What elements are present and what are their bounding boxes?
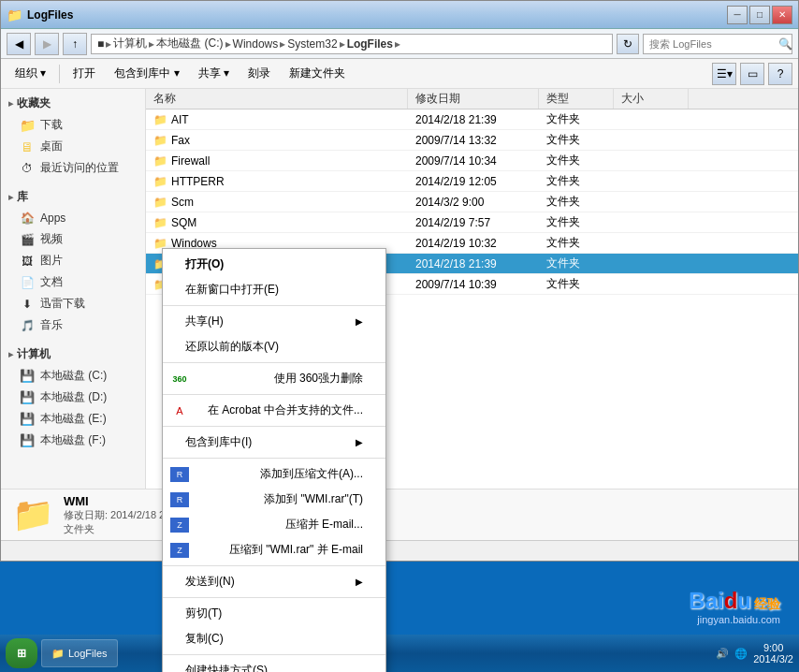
context-menu-compress-email-wmi[interactable]: Z压缩到 "WMI.rar" 并 E-mail [163,537,385,562]
clock-time: 9:00 [753,642,793,653]
sidebar-item-music[interactable]: 🎵 音乐 [1,314,145,336]
folder-icon: 📁 [153,113,167,126]
sidebar-item-thunder[interactable]: ⬇ 迅雷下载 [1,293,145,314]
file-type: 文件夹 [539,214,614,230]
file-date: 2014/2/19 10:32 [408,237,539,250]
baidu-watermark: Baidu经验 jingyan.baidu.com [689,588,780,625]
address-bar: ◀ ▶ ↑ ■ ▸ 计算机 ▸ 本地磁盘 (C:) ▸ Windows ▸ Sy… [1,29,798,59]
path-computer[interactable]: 计算机 [113,36,147,51]
sidebar-item-docs[interactable]: 📄 文档 [1,271,145,293]
open-button[interactable]: 打开 [65,62,104,86]
sidebar-item-desktop[interactable]: 🖥 桌面 [1,136,145,157]
context-menu-restore[interactable]: 还原以前的版本(V) [163,334,385,359]
file-date: 2014/2/19 7:57 [408,216,539,229]
context-menu-cut[interactable]: 剪切(T) [163,601,385,626]
file-type: 文件夹 [539,153,614,168]
sidebar-item-downloads[interactable]: 📁 下载 [1,114,145,136]
zip-email-icon: Z [170,518,189,533]
context-menu-sep-2 [163,362,385,363]
address-path[interactable]: ■ ▸ 计算机 ▸ 本地磁盘 (C:) ▸ Windows ▸ System32… [91,34,613,54]
organize-button[interactable]: 组织 ▾ [7,62,54,86]
context-menu-sep-6 [163,565,385,566]
include-library-button[interactable]: 包含到库中 ▾ [106,62,187,86]
sidebar-item-drive-f[interactable]: 💾 本地磁盘 (F:) [1,430,145,451]
table-row[interactable]: 📁Scm 2014/3/2 9:00 文件夹 [146,192,798,212]
context-menu-sep-7 [163,597,385,598]
refresh-button[interactable]: ↻ [617,34,639,54]
sidebar-item-label: 文档 [40,274,63,290]
context-menu-acrobat[interactable]: A在 Acrobat 中合并支持的文件... [163,398,385,423]
help-button[interactable]: ? [768,63,792,85]
context-menu-open[interactable]: 打开(O) [163,252,385,277]
video-icon: 🎬 [20,232,35,247]
sidebar-item-drive-c[interactable]: 💾 本地磁盘 (C:) [1,365,145,387]
up-button[interactable]: ↑ [63,33,87,55]
drive-f-icon: 💾 [20,433,35,448]
taskbar-explorer-item[interactable]: 📁 LogFiles [41,639,118,667]
sidebar-item-apps[interactable]: 🏠 Apps [1,208,145,228]
view-options-button[interactable]: ☰▾ [712,63,736,85]
search-input[interactable] [649,38,778,50]
path-windows[interactable]: Windows [233,37,279,51]
sidebar-header-favorites[interactable]: 收藏夹 [1,93,145,114]
forward-button[interactable]: ▶ [35,33,59,55]
preview-pane-button[interactable]: ▭ [740,63,764,85]
search-icon[interactable]: 🔍 [778,37,792,51]
table-row[interactable]: 📁SQM 2014/2/19 7:57 文件夹 [146,212,798,233]
path-root[interactable]: ■ [97,37,104,51]
desktop-icon: 🖥 [20,139,35,154]
thunder-icon: ⬇ [20,297,35,312]
title-bar-icon: 📁 [7,7,22,22]
close-button[interactable]: ✕ [772,6,792,24]
taskbar-right: 🔊 🌐 9:00 2014/3/2 [716,642,793,665]
context-menu-send-to[interactable]: 发送到(N) [163,569,385,594]
path-logfiles[interactable]: LogFiles [347,37,393,51]
sidebar-item-video[interactable]: 🎬 视频 [1,228,145,250]
status-bar [1,540,798,561]
sidebar-item-label: Apps [40,212,65,225]
sidebar-item-pictures[interactable]: 🖼 图片 [1,250,145,271]
sidebar-item-recent[interactable]: ⏱ 最近访问的位置 [1,157,145,179]
file-type: 文件夹 [539,111,614,127]
drive-d-icon: 💾 [20,390,35,405]
path-drive[interactable]: 本地磁盘 (C:) [156,36,223,51]
sidebar-section-computer: 计算机 💾 本地磁盘 (C:) 💾 本地磁盘 (D:) 💾 本地磁盘 (E:) … [1,340,145,455]
context-menu-create-shortcut[interactable]: 创建快捷方式(S) [163,658,385,672]
sidebar-item-drive-e[interactable]: 💾 本地磁盘 (E:) [1,408,145,430]
context-menu-360-delete[interactable]: 360使用 360强力删除 [163,366,385,391]
file-date: 2014/2/18 21:39 [408,257,539,270]
context-menu-add-wmi-rar[interactable]: R添加到 "WMI.rar"(T) [163,487,385,512]
context-menu-compress-email[interactable]: Z压缩并 E-mail... [163,512,385,537]
path-system32[interactable]: System32 [287,37,337,51]
maximize-button[interactable]: □ [749,6,770,24]
col-header-name[interactable]: 名称 [146,89,408,109]
file-date: 2009/7/14 13:32 [408,134,539,147]
col-header-type[interactable]: 类型 [539,89,614,109]
record-button[interactable]: 刻录 [240,62,279,86]
back-button[interactable]: ◀ [7,33,31,55]
docs-icon: 📄 [20,275,35,290]
context-menu-include-lib[interactable]: 包含到库中(I) [163,430,385,455]
file-date: 2009/7/14 10:39 [408,278,539,291]
toolbar-right: ☰▾ ▭ ? [712,63,792,85]
table-row[interactable]: 📁AIT 2014/2/18 21:39 文件夹 [146,110,798,130]
new-folder-button[interactable]: 新建文件夹 [281,62,354,86]
col-header-size[interactable]: 大小 [614,89,689,109]
start-button[interactable]: ⊞ [6,638,37,668]
col-header-modified[interactable]: 修改日期 [408,89,539,109]
share-button[interactable]: 共享 ▾ [190,62,238,86]
context-menu-open-new-window[interactable]: 在新窗口中打开(E) [163,277,385,302]
context-menu-share[interactable]: 共享(H) [163,309,385,334]
context-menu-copy[interactable]: 复制(C) [163,626,385,651]
table-row[interactable]: 📁Fax 2009/7/14 13:32 文件夹 [146,130,798,151]
sidebar-header-computer[interactable]: 计算机 [1,343,145,365]
sidebar-item-label: 视频 [40,231,63,247]
table-row[interactable]: 📁HTTPERR 2014/2/19 12:05 文件夹 [146,171,798,192]
sidebar-header-library[interactable]: 库 [1,186,145,208]
sidebar-item-label: 音乐 [40,317,63,333]
sidebar-section-favorites: 收藏夹 📁 下载 🖥 桌面 ⏱ 最近访问的位置 [1,89,145,183]
context-menu-add-archive[interactable]: R添加到压缩文件(A)... [163,461,385,487]
table-row[interactable]: 📁Firewall 2009/7/14 10:34 文件夹 [146,151,798,171]
minimize-button[interactable]: ─ [727,6,748,24]
sidebar-item-drive-d[interactable]: 💾 本地磁盘 (D:) [1,387,145,408]
